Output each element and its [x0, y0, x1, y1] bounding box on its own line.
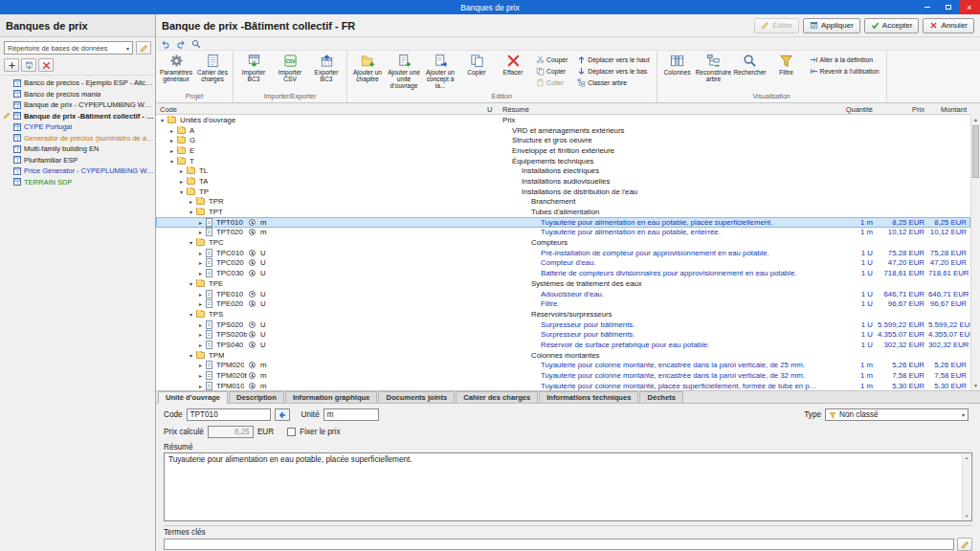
- table-row[interactable]: ▾TÉquipements techniques: [156, 156, 970, 166]
- coller-button[interactable]: Coller: [534, 77, 569, 88]
- column-header-amount[interactable]: Montant: [941, 105, 967, 114]
- expand-icon[interactable]: ▸: [196, 331, 205, 338]
- editer-button[interactable]: Éditer: [754, 18, 799, 33]
- collapse-icon[interactable]: ▾: [187, 239, 195, 246]
- table-row[interactable]: ▸EEnveloppe et finition extérieure: [156, 145, 970, 156]
- column-header-resume[interactable]: Résumé: [502, 105, 529, 114]
- cahier-des-charges-button[interactable]: Cahier des charges: [194, 52, 231, 91]
- database-directory-select[interactable]: Répertoire de bases de données ▾: [4, 41, 133, 55]
- expand-icon[interactable]: ▸: [196, 291, 205, 298]
- table-row[interactable]: ▾Unités d'ouvragePrix: [156, 115, 970, 125]
- expand-icon[interactable]: ▸: [177, 167, 186, 174]
- database-item[interactable]: Banco de precios mania: [0, 89, 155, 100]
- table-row[interactable]: ▸TPE010UAdoucisseur d'eau.1 U646,71 EUR6…: [156, 289, 970, 299]
- table-row[interactable]: ▾TPESystèmes de traitement des eaux: [156, 278, 970, 289]
- table-row[interactable]: ▸TPC010UPré-installation de compteur pou…: [156, 248, 970, 258]
- keywords-input[interactable]: [164, 539, 954, 550]
- resume-scrollbar[interactable]: ▲ ▼: [962, 454, 970, 519]
- column-header-quantity[interactable]: Quantité: [846, 105, 873, 114]
- collapse-icon[interactable]: ▾: [158, 117, 167, 123]
- appliquer-button[interactable]: Appliquer: [803, 18, 860, 33]
- delete-database-button[interactable]: [38, 58, 54, 72]
- database-item[interactable]: TERRAIN SDP: [0, 177, 155, 188]
- ajouter-un-chapitre-button[interactable]: Ajouter un chapitre: [349, 52, 386, 91]
- expand-icon[interactable]: ▸: [167, 147, 176, 154]
- import-database-button[interactable]: [21, 58, 36, 72]
- classer-arbre-button[interactable]: Classer arbre: [575, 77, 651, 88]
- expand-icon[interactable]: ▸: [167, 137, 176, 143]
- tab-dechets[interactable]: Déchets: [639, 391, 683, 403]
- redo-button[interactable]: [174, 38, 188, 50]
- table-row[interactable]: ▸TPM020bmTuyauterie pour colonne montant…: [156, 370, 970, 381]
- exporter-bc3-button[interactable]: Exporter BC3: [308, 52, 345, 91]
- expand-icon[interactable]: ▸: [196, 270, 205, 276]
- add-database-button[interactable]: [4, 58, 19, 72]
- table-row[interactable]: ▸TPT010mTuyauterie pour alimentation en …: [156, 217, 970, 228]
- type-select[interactable]: Non classé ▾: [825, 408, 969, 421]
- table-row[interactable]: ▸TPS020bUSurpresseur pour bâtiments.1 U4…: [156, 329, 970, 340]
- unit-input[interactable]: m: [323, 408, 379, 421]
- tab-information-graphique[interactable]: Information graphique: [285, 391, 378, 403]
- tab-documents-joints[interactable]: Documents joints: [378, 391, 455, 403]
- expand-icon[interactable]: ▸: [196, 342, 205, 348]
- collapse-icon[interactable]: ▾: [177, 188, 186, 195]
- collapse-icon[interactable]: ▾: [187, 209, 195, 215]
- table-row[interactable]: ▸TPM010mTuyauterie pour colonne montante…: [156, 381, 970, 390]
- table-row[interactable]: ▸TPE020UFiltre.1 U96,67 EUR96,67 EUR: [156, 298, 970, 309]
- expand-icon[interactable]: ▸: [177, 178, 186, 185]
- table-row[interactable]: ▸TPRBranchement: [156, 197, 970, 208]
- expand-icon[interactable]: ▸: [196, 250, 205, 256]
- expand-icon[interactable]: ▸: [196, 229, 205, 235]
- database-item[interactable]: Generador de precios (suministro de agua…: [0, 133, 155, 144]
- collapse-icon[interactable]: ▾: [187, 311, 195, 318]
- collapse-icon[interactable]: ▾: [167, 158, 176, 165]
- reconstruire-arbre-button[interactable]: Reconstruire arbre: [696, 52, 732, 91]
- database-item[interactable]: Price Generator - CYPEPLUMBING Water Sys…: [0, 165, 155, 177]
- fix-price-checkbox[interactable]: [287, 428, 296, 436]
- search-button[interactable]: [189, 38, 203, 50]
- scroll-up-icon[interactable]: ▲: [971, 115, 980, 124]
- copier-button[interactable]: Copier: [534, 66, 569, 77]
- scrollbar-thumb[interactable]: [972, 125, 979, 178]
- database-item[interactable]: Banco de precios - Ejemplo ESP - Alicant…: [0, 77, 155, 89]
- couper-button[interactable]: Couper: [534, 55, 569, 65]
- collapse-icon[interactable]: ▾: [187, 280, 195, 287]
- code-input[interactable]: TPT010: [187, 408, 271, 421]
- table-row[interactable]: ▸TPS020USurpresseur pour bâtiments.1 U5.…: [156, 320, 970, 330]
- database-item[interactable]: CYPE Portugal: [0, 121, 155, 133]
- importer-csv-button[interactable]: CSVImporter CSV: [272, 52, 308, 91]
- resume-textarea[interactable]: Tuyauterie pour alimentation en eau pota…: [164, 452, 972, 521]
- table-row[interactable]: ▸TLInstallations électriques: [156, 165, 970, 176]
- table-row[interactable]: ▸TPM020mTuyauterie pour colonne montante…: [156, 361, 970, 371]
- accepter-button[interactable]: Accepter: [864, 18, 920, 33]
- deplacer-vers-le-bas-button[interactable]: Déplacer vers le bas: [575, 66, 651, 77]
- expand-icon[interactable]: ▸: [196, 219, 205, 226]
- table-row[interactable]: ▸AVRD et aménagements extérieurs: [156, 125, 970, 136]
- expand-icon[interactable]: ▸: [196, 383, 205, 389]
- database-item[interactable]: Banque de prix -Bâtiment collectif - F..…: [0, 111, 155, 122]
- close-button[interactable]: ×: [959, 0, 980, 14]
- expand-icon[interactable]: ▸: [196, 372, 205, 379]
- edit-keywords-button[interactable]: [957, 538, 972, 551]
- edit-directory-button[interactable]: [136, 41, 151, 55]
- column-header-price[interactable]: Prix: [912, 105, 924, 114]
- expand-icon[interactable]: ▸: [196, 362, 205, 368]
- collapse-icon[interactable]: ▾: [187, 352, 195, 359]
- tab-informations-techniques[interactable]: Informations techniques: [539, 391, 638, 403]
- scroll-down-icon[interactable]: ▼: [965, 514, 969, 518]
- table-row[interactable]: ▸TAInstallations audiovisuelles: [156, 176, 970, 187]
- copier-button[interactable]: Copier: [458, 52, 495, 91]
- tab-cahier-des-charges[interactable]: Cahier des charges: [456, 391, 538, 403]
- database-item[interactable]: Multi-family building EN: [0, 143, 155, 155]
- filtre-button[interactable]: Filtre: [768, 52, 805, 91]
- importer-bc3-button[interactable]: Importer BC3: [235, 52, 272, 91]
- table-row[interactable]: ▸TPT020mTuyauterie pour alimentation en …: [156, 228, 970, 238]
- go-to-code-button[interactable]: [275, 408, 290, 421]
- tab-unite-d-ouvrage[interactable]: Unité d'ouvrage: [158, 391, 228, 404]
- tab-description[interactable]: Description: [229, 391, 284, 403]
- table-row[interactable]: ▾TPCCompteurs: [156, 237, 970, 248]
- minimize-button[interactable]: [917, 0, 938, 14]
- parametres-generaux-button[interactable]: Paramètres généraux: [158, 52, 194, 91]
- undo-button[interactable]: [159, 38, 172, 50]
- table-row[interactable]: ▸GStructure et gros oeuvre: [156, 135, 970, 145]
